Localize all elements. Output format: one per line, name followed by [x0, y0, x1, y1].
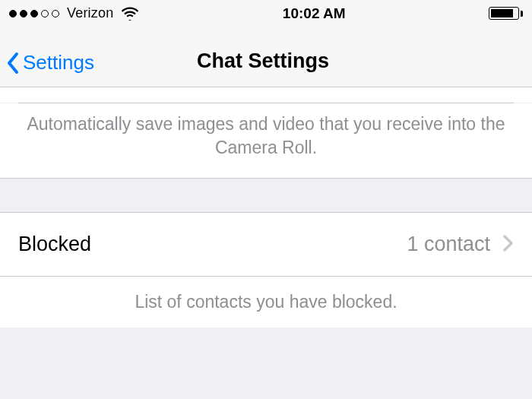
status-time: 10:02 AM — [283, 5, 346, 22]
blocked-label: Blocked — [18, 233, 91, 256]
back-button[interactable]: Settings — [6, 51, 94, 74]
blocked-value: 1 contact — [407, 233, 490, 256]
blocked-description: List of contacts you have blocked. — [0, 277, 532, 328]
status-bar: Verizon 10:02 AM — [0, 0, 532, 27]
navigation-bar: Settings Chat Settings — [0, 27, 532, 87]
blocked-row[interactable]: Blocked 1 contact — [0, 212, 532, 277]
chevron-left-icon — [6, 52, 20, 74]
page-title: Chat Settings — [197, 49, 329, 73]
status-left: Verizon — [9, 5, 139, 21]
chevron-right-icon — [502, 234, 514, 255]
content: Automatically save images and video that… — [0, 87, 532, 328]
wifi-icon — [121, 7, 139, 21]
media-save-description: Automatically save images and video that… — [0, 103, 532, 179]
battery-icon — [489, 7, 523, 20]
signal-strength-icon — [9, 10, 59, 17]
back-button-label: Settings — [23, 51, 94, 74]
carrier-label: Verizon — [67, 5, 113, 21]
